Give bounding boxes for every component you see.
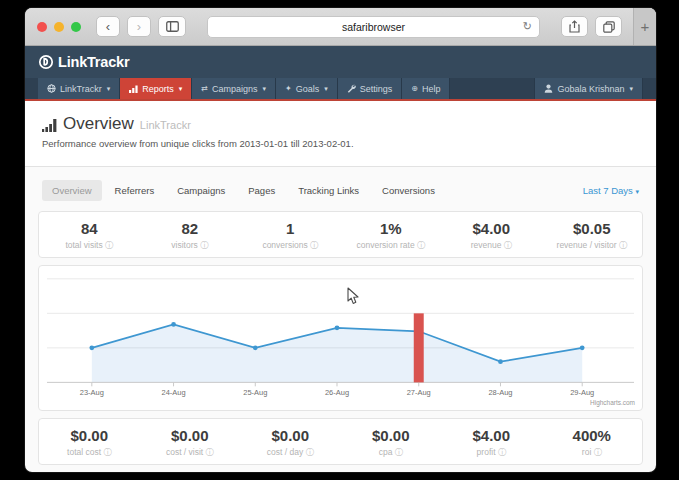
info-icon[interactable]: ⓘ	[417, 241, 425, 250]
globe-icon	[47, 84, 56, 93]
brand-name: LinkTrackr	[58, 54, 129, 70]
tabs-overview-button[interactable]	[595, 16, 622, 37]
info-icon[interactable]: ⓘ	[504, 241, 512, 250]
info-icon[interactable]: ⓘ	[594, 448, 602, 457]
tab-overview[interactable]: Overview	[42, 180, 102, 201]
nav-item-help[interactable]: ⊕Help	[402, 78, 450, 99]
stats-top-card: 84total visits ⓘ82visitors ⓘ1conversions…	[38, 211, 643, 258]
stat-total-visits: 84total visits ⓘ	[39, 220, 140, 251]
info-icon[interactable]: ⓘ	[200, 241, 208, 250]
nav-item-settings[interactable]: Settings	[338, 78, 403, 99]
svg-text:Highcharts.com: Highcharts.com	[590, 399, 635, 407]
screenshot-root: ‹ › safaribrowser ↻	[0, 0, 679, 480]
stat-label: visitors ⓘ	[140, 240, 241, 251]
info-icon[interactable]: ⓘ	[105, 241, 113, 250]
user-icon	[544, 84, 553, 93]
stat-total-cost: $0.00total cost ⓘ	[39, 427, 140, 458]
minimize-window-icon[interactable]	[54, 22, 64, 32]
stat-revenue: $4.00revenue ⓘ	[441, 220, 542, 251]
info-icon[interactable]: ⓘ	[206, 448, 214, 457]
svg-text:23-Aug: 23-Aug	[80, 388, 104, 397]
stat-value: $0.00	[39, 427, 140, 445]
stat-cpa: $0.00cpa ⓘ	[341, 427, 442, 458]
share-button[interactable]	[561, 16, 588, 37]
stat-label: total visits ⓘ	[39, 240, 140, 251]
info-icon[interactable]: ⓘ	[619, 241, 627, 250]
stat-label: conversions ⓘ	[240, 240, 341, 251]
new-tab-button[interactable]: +	[633, 8, 656, 45]
bar-chart-title-icon	[42, 119, 57, 132]
shuffle-icon: ⇄	[201, 85, 208, 93]
stat-value: 1	[240, 220, 341, 238]
caret-down-icon: ▾	[635, 188, 639, 195]
address-text: safaribrowser	[342, 21, 405, 33]
brand-logo[interactable]: LinkTrackr	[38, 54, 129, 70]
browser-toolbar: ‹ › safaribrowser ↻	[25, 8, 656, 46]
caret-down-icon: ▾	[262, 85, 266, 93]
info-icon[interactable]: ⓘ	[310, 241, 318, 250]
caret-down-icon: ▾	[629, 85, 633, 93]
bar-chart-icon	[129, 85, 138, 93]
nav-item-label: Help	[422, 84, 441, 94]
wrench-icon	[347, 84, 356, 93]
app-nav: LinkTrackr▾Reports▾⇄Campaigns▾✦Goals▾Set…	[25, 78, 656, 99]
traffic-chart[interactable]: 23-Aug24-Aug25-Aug26-Aug27-Aug28-Aug29-A…	[38, 265, 643, 411]
stat-label: profit ⓘ	[441, 447, 542, 458]
nav-item-goals[interactable]: ✦Goals▾	[276, 78, 338, 99]
stat-value: $0.00	[140, 427, 241, 445]
close-window-icon[interactable]	[37, 22, 47, 32]
back-button[interactable]: ‹	[96, 16, 120, 37]
forward-button[interactable]: ›	[127, 16, 151, 37]
tab-tracking-links[interactable]: Tracking Links	[288, 180, 369, 201]
nav-item-label: Reports	[142, 84, 174, 94]
stat-conversion-rate: 1%conversion rate ⓘ	[341, 220, 442, 251]
stat-label: cost / day ⓘ	[240, 447, 341, 458]
stat-label: conversion rate ⓘ	[341, 240, 442, 251]
svg-text:28-Aug: 28-Aug	[488, 388, 512, 397]
stat-value: 84	[39, 220, 140, 238]
address-bar[interactable]: safaribrowser ↻	[207, 16, 540, 38]
svg-text:27-Aug: 27-Aug	[407, 388, 431, 397]
reload-icon[interactable]: ↻	[523, 20, 532, 33]
stats-bottom-card: $0.00total cost ⓘ$0.00cost / visit ⓘ$0.0…	[38, 418, 643, 465]
nav-item-label: LinkTrackr	[60, 84, 102, 94]
svg-text:25-Aug: 25-Aug	[243, 388, 267, 397]
stat-label: cpa ⓘ	[341, 447, 442, 458]
tab-pages[interactable]: Pages	[238, 180, 285, 201]
nav-item-label: Campaigns	[212, 84, 258, 94]
main-content: OverviewReferrersCampaignsPagesTracking …	[25, 167, 656, 465]
stat-value: 1%	[341, 220, 442, 238]
stat-label: total cost ⓘ	[39, 447, 140, 458]
report-tabs: OverviewReferrersCampaignsPagesTracking …	[38, 180, 643, 201]
nav-item-campaigns[interactable]: ⇄Campaigns▾	[192, 78, 276, 99]
sidebar-toggle-button[interactable]	[158, 16, 186, 37]
nav-item-linktrackr[interactable]: LinkTrackr▾	[38, 78, 120, 99]
info-icon[interactable]: ⓘ	[103, 448, 111, 457]
maximize-window-icon[interactable]	[71, 22, 81, 32]
share-icon	[569, 20, 580, 33]
goals-icon: ✦	[285, 85, 292, 93]
info-icon[interactable]: ⓘ	[498, 448, 506, 457]
browser-window: ‹ › safaribrowser ↻	[25, 8, 656, 472]
stat-value: $4.00	[441, 427, 542, 445]
svg-text:29-Aug: 29-Aug	[570, 388, 594, 397]
stat-label: revenue / visitor ⓘ	[542, 240, 643, 251]
traffic-chart-svg: 23-Aug24-Aug25-Aug26-Aug27-Aug28-Aug29-A…	[39, 266, 642, 410]
caret-down-icon: ▾	[179, 85, 183, 93]
info-icon[interactable]: ⓘ	[395, 448, 403, 457]
caret-down-icon: ▾	[324, 85, 328, 93]
stat-value: 400%	[542, 427, 643, 445]
tab-campaigns[interactable]: Campaigns	[167, 180, 235, 201]
stat-cost-visit: $0.00cost / visit ⓘ	[140, 427, 241, 458]
tab-conversions[interactable]: Conversions	[372, 180, 445, 201]
page-description: Performance overview from unique clicks …	[42, 138, 639, 149]
app-header: LinkTrackr	[25, 46, 656, 78]
stat-cost-day: $0.00cost / day ⓘ	[240, 427, 341, 458]
tab-referrers[interactable]: Referrers	[105, 180, 165, 201]
date-range-selector[interactable]: Last 7 Days ▾	[583, 185, 639, 196]
stat-value: $4.00	[441, 220, 542, 238]
user-menu[interactable]: Gobala Krishnan▾	[534, 78, 643, 99]
nav-item-reports[interactable]: Reports▾	[120, 78, 192, 99]
page-title: Overview	[63, 114, 134, 134]
info-icon[interactable]: ⓘ	[306, 448, 314, 457]
